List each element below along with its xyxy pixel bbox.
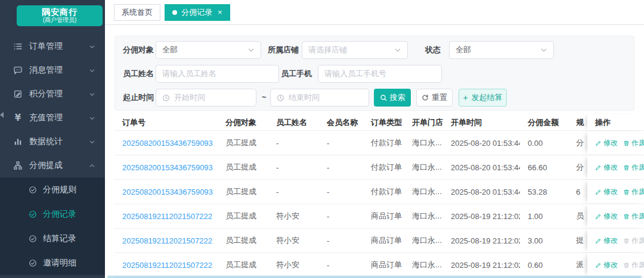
cell-actions: 修改作废 [587, 180, 644, 204]
void-action[interactable]: 作废 [623, 138, 644, 148]
sidebar: 隅安商行 (商户管理员) 订单管理消息管理积分管理¥充值管理数据统计分佣提成分佣… [0, 0, 105, 278]
void-action[interactable]: 作废 [623, 187, 644, 197]
start-time-input[interactable]: 开始时间 [156, 89, 256, 107]
cell-amount: 53.28 [520, 188, 568, 196]
cell-amount: 0.00 [520, 139, 568, 148]
cell-order-type: 付款订单 [363, 138, 404, 148]
chevron-down-icon [89, 115, 95, 121]
sidebar-subitem-邀请明细[interactable]: 邀请明细 [0, 251, 105, 275]
close-icon[interactable]: × [218, 8, 222, 16]
status-select[interactable]: 全部 [449, 41, 554, 59]
edit-action[interactable]: 修改 [595, 187, 618, 197]
edit-square-icon [13, 89, 23, 99]
sidebar-item-2[interactable]: 积分管理 [0, 82, 105, 106]
sidebar-item-label: 数据统计 [29, 136, 63, 147]
cell-order-type: 商品订单 [363, 260, 404, 270]
edit-action[interactable]: 修改 [595, 236, 618, 246]
sidebar-item-3[interactable]: ¥充值管理 [0, 106, 105, 130]
cell-employee: 符小安 [268, 211, 319, 221]
trash-icon [623, 213, 630, 220]
void-action[interactable]: 作废 [623, 211, 644, 221]
order-number-link[interactable]: 202508200153436759093 [122, 188, 213, 196]
initiate-settlement-button[interactable]: + 发起结算 [459, 89, 507, 107]
table-row: 202508192112021507222员工提成符小安-商品订单海口永...2… [114, 229, 644, 253]
table-row: 202508200153436759093员工提成--付款订单海口永...202… [114, 155, 644, 180]
sidebar-item-5[interactable]: 分佣提成 [0, 154, 105, 177]
edit-action[interactable]: 修改 [595, 211, 618, 221]
sidebar-subitem-结算记录[interactable]: 结算记录 [0, 226, 105, 251]
cell-clipped: 6 [568, 188, 586, 196]
sitemap-icon [13, 161, 23, 170]
column-header-actions: 操作 [587, 114, 644, 130]
order-number-link[interactable]: 202508200153436759093 [122, 139, 213, 148]
store-select[interactable]: 请选择店铺 [302, 41, 408, 59]
cell-member: - [319, 212, 363, 221]
edit-action[interactable]: 修改 [595, 138, 618, 148]
employee-name-input[interactable]: 请输入员工姓名 [156, 65, 279, 83]
cell-open-time: 2025-08-20 01:53:44 [443, 163, 520, 172]
order-number-link[interactable]: 202508200153436759093 [122, 163, 213, 172]
void-action[interactable]: 作废 [623, 163, 644, 173]
sidebar-item-4[interactable]: 数据统计 [0, 130, 105, 154]
commission-records-table: 订单号分佣对象员工姓名会员名称订单类型开单门店开单时间分佣金额规操作202508… [114, 114, 644, 277]
sidebar-collapse-handle[interactable] [0, 112, 4, 118]
cell-store: 海口永... [404, 260, 443, 270]
order-number-link[interactable]: 202508192112021507222 [122, 236, 212, 245]
reset-button[interactable]: 重置 [416, 89, 453, 107]
void-action[interactable]: 作废 [623, 260, 644, 270]
sidebar-item-label: 充值管理 [29, 113, 63, 123]
horizontal-scrollbar[interactable] [107, 276, 642, 278]
cell-member: - [319, 163, 363, 172]
sidebar-subitem-分佣记录[interactable]: 分佣记录 [0, 202, 105, 226]
cell-amount: 3.00 [520, 236, 568, 245]
chevron-up-icon [89, 163, 95, 169]
circle-check-icon [29, 210, 37, 218]
tab-系统首页[interactable]: 系统首页 [114, 4, 160, 21]
pencil-icon [595, 238, 602, 244]
commission-target-select[interactable]: 全部 [156, 41, 261, 59]
edit-action[interactable]: 修改 [595, 260, 618, 270]
sidebar-item-1[interactable]: 消息管理 [0, 58, 105, 82]
filter-label-time-range: 起止时间 [123, 89, 154, 107]
tab-分佣记录[interactable]: 分佣记录× [165, 4, 230, 21]
cell-store: 海口永... [404, 235, 443, 246]
sidebar-item-0[interactable]: 订单管理 [0, 35, 105, 58]
column-header: 订单号 [114, 117, 218, 128]
cell-clipped: 派 [568, 260, 586, 270]
tab-bar: 系统首页分佣记录× [105, 0, 644, 25]
cell-target: 员工提成 [218, 235, 268, 246]
search-button[interactable]: 搜索 [374, 89, 411, 107]
chevron-down-icon [89, 91, 95, 98]
sidebar-item-6[interactable]: 系统管理 [0, 275, 105, 278]
cell-amount: 66.60 [520, 163, 568, 172]
circle-check-icon [29, 259, 37, 267]
filter-label-employee-phone: 员工手机 [281, 65, 312, 83]
void-action[interactable]: 作废 [623, 236, 644, 246]
cell-target: 员工提成 [218, 211, 268, 221]
clock-icon [277, 94, 284, 102]
cell-member: - [319, 236, 363, 245]
chevron-down-icon [247, 46, 255, 54]
message-icon [13, 65, 23, 75]
trash-icon [623, 140, 630, 146]
bar-chart-icon [13, 137, 23, 146]
cell-open-time: 2025-08-20 01:53:44 [443, 188, 520, 196]
employee-phone-input[interactable]: 请输入员工手机号 [318, 65, 442, 83]
cell-store: 海口永... [404, 211, 443, 221]
edit-action[interactable]: 修改 [595, 163, 618, 173]
chevron-down-icon [394, 46, 401, 54]
sidebar-subitem-分佣规则[interactable]: 分佣规则 [0, 177, 105, 202]
end-time-input[interactable]: 结束时间 [270, 89, 369, 107]
cell-order-type: 付款订单 [363, 162, 404, 173]
column-header: 订单类型 [363, 117, 404, 128]
trash-icon [623, 262, 630, 268]
sidebar-item-label: 分佣提成 [29, 160, 63, 171]
order-number-link[interactable]: 202508192112021507222 [122, 261, 212, 270]
cell-open-time: 2025-08-19 21:12:02 [443, 212, 520, 221]
column-header: 开单时间 [443, 117, 520, 128]
order-number-link[interactable]: 202508192112021507222 [122, 212, 212, 221]
cell-order-type: 商品订单 [363, 235, 404, 246]
circle-check-icon [29, 235, 37, 243]
cell-actions: 修改作废 [587, 253, 644, 277]
cell-actions: 修改作废 [587, 131, 644, 155]
